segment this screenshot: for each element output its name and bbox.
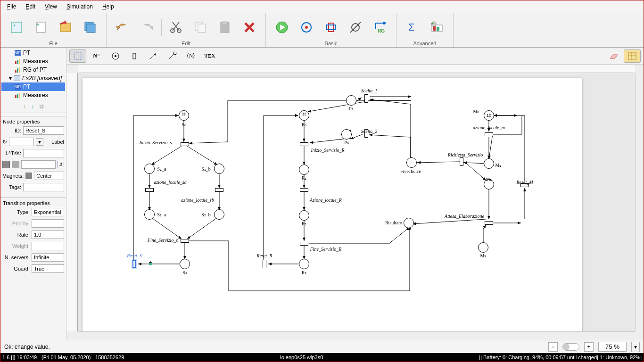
magnets-field[interactable] [34,172,64,180]
label-inizio-r: Inizio_Servizio_R [311,148,344,153]
tags-field[interactable] [23,183,64,191]
trans-inizio-servizio-r[interactable] [300,142,308,146]
token-game-button[interactable] [296,17,317,38]
id-field[interactable] [23,126,64,135]
tree-pt[interactable]: NETPT [1,49,65,57]
status-message: Ok: change value. [4,344,50,350]
trans-reset-s[interactable] [132,260,136,268]
place-tool[interactable] [107,49,124,63]
new-file-button[interactable]: + [31,17,51,38]
anglen-tool[interactable]: ⟨N⟩ [182,49,199,63]
tree-measures[interactable]: Measures [1,57,65,66]
arc-tool[interactable] [145,49,162,63]
place-r3[interactable] [299,259,309,269]
nav-copy-button[interactable]: ⧉ [40,103,44,110]
project-tree[interactable]: NETPT Measures RG of PT ▾Es2B [unsaved] … [0,48,66,100]
select-tool[interactable] [69,49,86,63]
play-button[interactable] [272,17,292,38]
place-r1[interactable] [299,165,309,175]
tex-tool[interactable]: TᴇX [201,49,218,63]
color-field[interactable] [21,160,56,169]
inhibitor-arc-tool[interactable] [164,49,181,63]
redo-button[interactable] [137,17,157,38]
trans-fine-servizio-s[interactable] [181,239,189,243]
place-m1[interactable] [484,158,494,169]
trans-azione-locale-r[interactable] [300,188,308,192]
tree-rg[interactable]: RG of PT [1,66,65,74]
trans-inizio-servizio-s[interactable] [181,142,189,146]
menu-file[interactable]: File [2,1,21,12]
latex-field[interactable] [23,149,64,157]
rotation-field[interactable] [9,138,34,146]
neq-tool[interactable]: N= [88,49,105,63]
unfold-button[interactable] [321,17,341,38]
scrollbar-horizontal[interactable] [78,331,635,340]
zoom-in-button[interactable]: + [584,342,594,352]
place-s2b[interactable] [214,209,224,220]
trans-attesa-elaborazione[interactable] [485,221,493,225]
expand-icon[interactable]: ⇵ [58,161,64,168]
eraser-tool[interactable] [605,49,622,63]
open-button[interactable] [55,17,76,38]
zoom-out-button[interactable]: − [548,342,558,352]
col1-button[interactable] [2,161,10,168]
trans-fine-servizio-r[interactable] [300,242,308,246]
tree-es2b-measures[interactable]: Measures [1,91,65,99]
scrollbar-vertical[interactable] [635,73,644,331]
token-count: 10 [487,113,491,118]
trans-azione-locale-sa[interactable] [145,188,154,192]
measure-button[interactable] [345,17,366,38]
nav-down-button[interactable]: ↓ [31,103,34,110]
place-s3[interactable] [180,259,190,269]
trans-richiesta-servizio[interactable] [460,157,463,166]
advanced-tool-button[interactable]: + [427,17,447,38]
label-m2: M₂ [486,177,492,182]
place-risultato[interactable] [404,218,414,228]
cut-button[interactable] [165,17,186,38]
sigma-button[interactable]: Σ [402,17,423,38]
place-m0[interactable]: 10 [484,110,494,121]
paste-button[interactable] [215,17,235,38]
place-r0[interactable]: ⠛ [299,110,309,121]
place-s0[interactable]: ⠛ [179,110,189,121]
menu-help[interactable]: Help [98,1,119,12]
save-all-button[interactable] [80,17,100,38]
trans-azione-locale-sb[interactable] [215,188,223,192]
nav-up-button[interactable]: ↑ [23,103,25,110]
menu-view[interactable]: View [40,1,62,12]
rg-button[interactable]: RG [370,17,390,38]
petri-net-canvas[interactable]: ⠛ S₀ Inizio_Servizio_s S₁_a S₁_b azione_… [83,78,582,331]
menu-edit[interactable]: Edit [21,1,40,12]
rotate-icon[interactable]: ↻ [2,139,7,145]
zoom-field[interactable] [598,342,627,352]
col2-button[interactable] [12,161,19,168]
guard-field[interactable] [32,264,64,273]
copy-button[interactable] [190,17,211,38]
trans-reset-r[interactable] [263,260,266,268]
rate-field[interactable] [32,230,64,239]
zoom-dropdown[interactable]: ▾ [631,342,640,352]
place-p1[interactable] [346,95,356,106]
magnets-check[interactable] [25,173,32,179]
place-s1b[interactable] [214,164,224,174]
place-s1a[interactable] [144,164,155,174]
zoom-slider[interactable] [562,343,579,351]
place-r2[interactable] [299,210,309,221]
undo-button[interactable] [112,17,133,38]
trans-azione-locale-m[interactable] [485,132,493,136]
nservers-field[interactable] [32,253,64,262]
ruler-toggle[interactable] [624,49,641,63]
transition-tool[interactable] [126,49,143,63]
place-freechoice[interactable] [406,157,417,168]
place-p0[interactable] [341,129,352,140]
new-net-button[interactable]: + [6,17,27,38]
rotation-dropdown[interactable]: ▾ [36,138,43,146]
menu-simulation[interactable]: Simulation [62,1,98,12]
place-m3[interactable] [478,242,488,253]
trans-scelta-1[interactable] [364,94,368,103]
type-field[interactable] [32,208,64,216]
delete-button[interactable] [239,17,260,38]
place-s2a[interactable] [144,209,155,220]
tree-es2b[interactable]: ▾Es2B [unsaved] [1,74,65,82]
tree-es2b-pt[interactable]: NETPT [1,82,65,91]
